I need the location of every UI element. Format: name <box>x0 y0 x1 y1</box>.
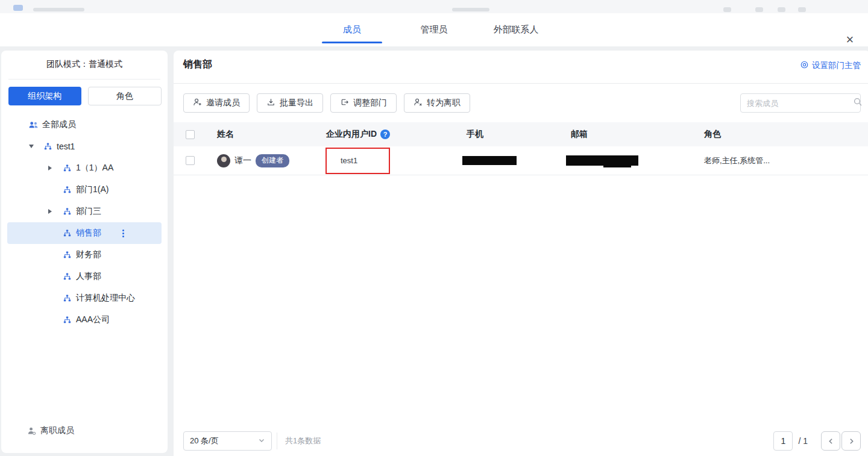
set-department-leader-link[interactable]: 设置部门主管 <box>800 60 861 71</box>
obscured-background-bar <box>0 0 868 13</box>
role-button[interactable]: 角色 <box>88 87 162 105</box>
batch-export-button[interactable]: 批量导出 <box>257 93 323 113</box>
tree-item-label: test1 <box>57 142 75 151</box>
divider <box>277 433 277 449</box>
tree-item-label: 计算机处理中心 <box>76 293 135 304</box>
tab-admins[interactable]: 管理员 <box>404 13 464 46</box>
chevron-down-icon <box>258 437 265 446</box>
department-icon <box>61 294 72 303</box>
target-icon <box>800 60 809 71</box>
table-row: 谭一 创建者 test1 老师,主任,系统管... <box>174 146 868 175</box>
tree-item-label: 1（1）AA <box>76 163 113 173</box>
tree-item-label: 部门三 <box>76 206 101 217</box>
search-icon[interactable] <box>853 97 863 109</box>
team-mode-label: 团队模式：普通模式 <box>1 51 168 70</box>
invite-member-label: 邀请成员 <box>206 98 240 108</box>
column-header-role: 角色 <box>664 129 868 140</box>
email-redaction-bar <box>566 155 638 166</box>
caret-right-icon[interactable] <box>48 166 61 170</box>
previous-page-button[interactable] <box>821 431 840 451</box>
tab-external-contacts[interactable]: 外部联系人 <box>486 13 546 46</box>
person-remove-icon <box>414 98 423 108</box>
batch-export-label: 批量导出 <box>280 98 313 108</box>
caret-right-icon[interactable] <box>48 209 61 214</box>
department-panel: 销售部 设置部门主管 邀请成员 批量导出 调整部门 转为离职 姓名 <box>174 51 868 456</box>
tab-bar: 成员 管理员 外部联系人 <box>322 13 546 46</box>
pagination-bar: 20 条/页 共1条数据 / 1 <box>183 431 861 451</box>
tree-item-dept3[interactable]: 部门三 <box>7 201 162 222</box>
org-structure-button[interactable]: 组织架构 <box>8 87 81 105</box>
next-page-button[interactable] <box>841 431 861 451</box>
tree-item-sales-selected[interactable]: 销售部 <box>7 222 162 244</box>
background-icon-remnant <box>755 7 763 12</box>
people-group-icon <box>28 121 39 129</box>
adjust-department-button[interactable]: 调整部门 <box>330 93 397 113</box>
tree-item-label: 全部成员 <box>42 119 76 130</box>
resigned-members-item[interactable]: 离职成员 <box>7 420 162 442</box>
department-icon <box>42 142 53 151</box>
tree-item-dept1[interactable]: 部门1(A) <box>7 179 162 201</box>
tree-item-test1[interactable]: test1 <box>7 136 162 157</box>
caret-down-icon[interactable] <box>29 145 42 148</box>
background-logo-remnant <box>13 5 23 11</box>
column-header-name: 姓名 <box>203 129 306 140</box>
email-redaction-bar <box>603 165 631 167</box>
person-add-icon <box>193 98 202 108</box>
org-sidebar: 团队模式：普通模式 组织架构 角色 全部成员 test1 1（1）AA <box>1 51 168 453</box>
help-icon[interactable]: ? <box>380 130 390 139</box>
convert-to-resigned-button[interactable]: 转为离职 <box>404 93 470 113</box>
set-department-leader-label: 设置部门主管 <box>812 60 861 71</box>
tab-members[interactable]: 成员 <box>322 13 382 46</box>
tree-item-computer-center[interactable]: 计算机处理中心 <box>7 287 162 309</box>
tree-item-all-members[interactable]: 全部成员 <box>7 114 162 136</box>
page-size-value: 20 条/页 <box>190 436 258 446</box>
annotation-highlight-box <box>326 148 390 174</box>
column-header-user-id: 企业内用户ID ? <box>306 129 427 140</box>
org-tree: 全部成员 test1 1（1）AA 部门1(A) <box>1 114 168 331</box>
phone-redaction-bar <box>462 156 517 165</box>
resigned-person-icon <box>26 426 37 436</box>
column-header-email: 邮箱 <box>530 129 664 140</box>
select-all-checkbox[interactable] <box>186 130 195 139</box>
page-title: 销售部 <box>183 58 212 71</box>
download-icon <box>266 98 275 108</box>
row-checkbox[interactable] <box>186 156 195 165</box>
phone-cell <box>427 156 530 165</box>
background-text-remnant <box>33 8 84 11</box>
adjust-department-label: 调整部门 <box>353 98 387 108</box>
table-header: 姓名 企业内用户ID ? 手机 邮箱 角色 <box>174 122 868 146</box>
tree-item-label: 财务部 <box>76 249 101 260</box>
department-icon <box>61 164 72 173</box>
close-icon[interactable]: × <box>841 31 858 48</box>
creator-badge: 创建者 <box>256 154 289 167</box>
search-input[interactable] <box>747 99 853 108</box>
page-size-select[interactable]: 20 条/页 <box>183 431 272 451</box>
more-options-icon[interactable] <box>122 230 124 237</box>
tree-item-aaa-company[interactable]: AAA公司 <box>7 309 162 331</box>
invite-member-button[interactable]: 邀请成员 <box>183 93 250 113</box>
department-icon <box>61 229 72 238</box>
department-icon <box>61 251 72 260</box>
column-header-phone: 手机 <box>427 129 530 140</box>
member-name-cell: 谭一 创建者 <box>203 154 306 167</box>
total-pages-label: / 1 <box>798 436 808 446</box>
dialog-header: 成员 管理员 外部联系人 × <box>0 13 868 46</box>
tree-item-hr[interactable]: 人事部 <box>7 266 162 287</box>
move-out-icon <box>340 98 349 108</box>
background-text-remnant <box>452 8 489 11</box>
tree-item-label: 人事部 <box>76 271 101 282</box>
page-number-input[interactable] <box>773 431 793 451</box>
role-cell: 老师,主任,系统管... <box>664 155 868 166</box>
sidebar-toggle: 组织架构 角色 <box>8 87 162 105</box>
tree-item-label: AAA公司 <box>76 314 110 325</box>
tree-item-label: 销售部 <box>76 228 101 239</box>
department-icon <box>61 207 72 216</box>
background-icon-remnant <box>723 7 731 12</box>
member-name: 谭一 <box>234 155 251 166</box>
resigned-members-label: 离职成员 <box>40 425 74 436</box>
tree-item-1-1-aa[interactable]: 1（1）AA <box>7 157 162 179</box>
background-icon-remnant <box>798 7 806 12</box>
tree-item-finance[interactable]: 财务部 <box>7 244 162 266</box>
background-icon-remnant <box>778 7 785 12</box>
column-header-user-id-label: 企业内用户ID <box>326 129 377 140</box>
